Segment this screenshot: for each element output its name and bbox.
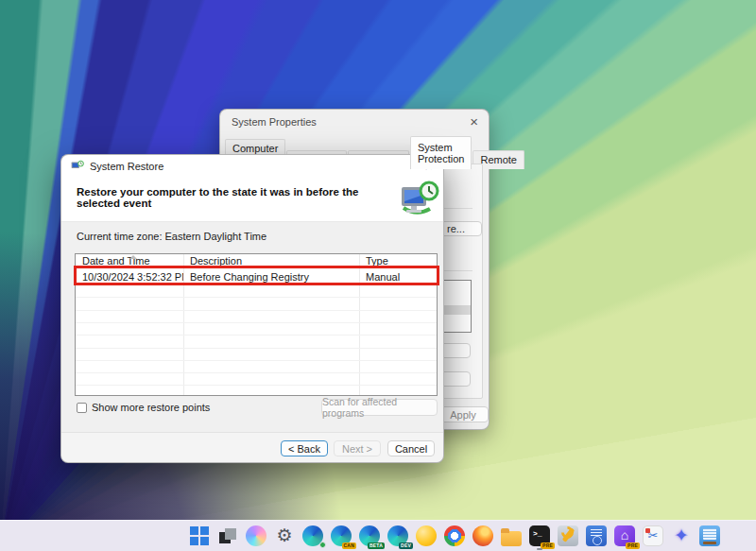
- folder-icon: [501, 531, 522, 546]
- tab-system-protection[interactable]: System Protection: [410, 136, 472, 169]
- copilot-button[interactable]: [242, 522, 270, 550]
- timezone-label: Current time zone: Eastern Daylight Time: [77, 231, 266, 242]
- system-restore-title: System Restore: [90, 161, 163, 172]
- wrench-icon: [558, 525, 578, 546]
- cancel-button[interactable]: Cancel: [387, 440, 435, 456]
- red-annotation-box: [74, 266, 439, 285]
- chrome-canary-button[interactable]: [412, 522, 440, 550]
- task-view-button[interactable]: [214, 522, 242, 550]
- taskbar-icons: ⚙ CAN BETA DEV PRE ⌂PRE ✂ ✦: [185, 522, 724, 550]
- empty-table-rows: [76, 285, 437, 395]
- file-explorer-button[interactable]: [497, 522, 525, 550]
- edge-dev-button[interactable]: DEV: [384, 522, 412, 550]
- chrome-canary-icon: [416, 525, 437, 546]
- dialog-footer: < Back Next > Cancel: [61, 432, 443, 462]
- scissors-icon: ✂: [643, 525, 663, 546]
- system-restore-large-icon: [398, 179, 439, 220]
- edge-canary-button[interactable]: CAN: [327, 522, 355, 550]
- windows-logo-icon: [189, 525, 210, 546]
- system-restore-titlebar[interactable]: System Restore ×: [61, 155, 443, 178]
- system-properties-titlebar[interactable]: System Properties ×: [220, 110, 489, 134]
- taskbar: ⚙ CAN BETA DEV PRE ⌂PRE ✂ ✦: [0, 520, 756, 551]
- restore-points-table[interactable]: Date and Time Description Type 10/30/202…: [75, 253, 438, 396]
- beta-badge: BETA: [368, 542, 385, 549]
- preview-badge: PRE: [626, 542, 640, 549]
- firefox-icon: [472, 525, 493, 546]
- apply-button[interactable]: Apply: [438, 406, 489, 422]
- edge-button[interactable]: [299, 522, 327, 550]
- running-indicator: [537, 548, 542, 550]
- scan-affected-programs-button[interactable]: Scan for affected programs: [321, 399, 438, 416]
- show-more-restore-points-label: Show more restore points: [92, 402, 210, 413]
- web-document-button[interactable]: [582, 522, 610, 550]
- chrome-icon: [444, 525, 465, 546]
- notepad-icon: [699, 525, 720, 546]
- terminal-button[interactable]: PRE: [525, 522, 554, 550]
- back-button[interactable]: < Back: [281, 440, 328, 456]
- desktop: System Properties × Computer Name Hardwa…: [0, 0, 756, 551]
- system-restore-icon: [71, 160, 84, 173]
- firefox-button[interactable]: [469, 522, 497, 550]
- web-document-icon: [586, 525, 607, 546]
- edge-update-badge: [319, 542, 326, 548]
- edge-beta-button[interactable]: BETA: [355, 522, 384, 550]
- start-button[interactable]: [185, 522, 214, 550]
- settings-button[interactable]: ⚙: [270, 522, 299, 550]
- task-view-icon: [217, 525, 238, 546]
- canary-badge: CAN: [342, 542, 356, 549]
- copilot-icon: [246, 525, 266, 546]
- notepad-button[interactable]: [696, 522, 724, 550]
- system-restore-banner: Restore your computer to the state it wa…: [61, 178, 444, 222]
- sort-indicator-icon: [129, 255, 137, 259]
- restore-header-text: Restore your computer to the state it wa…: [77, 186, 403, 209]
- dev-badge: DEV: [399, 542, 413, 549]
- chrome-button[interactable]: [440, 522, 469, 550]
- gear-icon: ⚙: [274, 525, 295, 546]
- system-properties-title: System Properties: [232, 116, 317, 128]
- show-more-restore-points-checkbox[interactable]: [77, 403, 87, 413]
- sparkle-icon: ✦: [671, 525, 692, 546]
- system-restore-window: System Restore × Restore your computer t…: [60, 154, 444, 463]
- close-icon[interactable]: ×: [470, 114, 478, 129]
- snipping-tool-button[interactable]: ✂: [639, 522, 667, 550]
- tools-button[interactable]: [554, 522, 582, 550]
- preview-badge: PRE: [541, 542, 555, 549]
- dev-home-button[interactable]: ⌂PRE: [610, 522, 639, 550]
- next-button[interactable]: Next >: [334, 440, 381, 456]
- copilot-sparkle-button[interactable]: ✦: [667, 522, 696, 550]
